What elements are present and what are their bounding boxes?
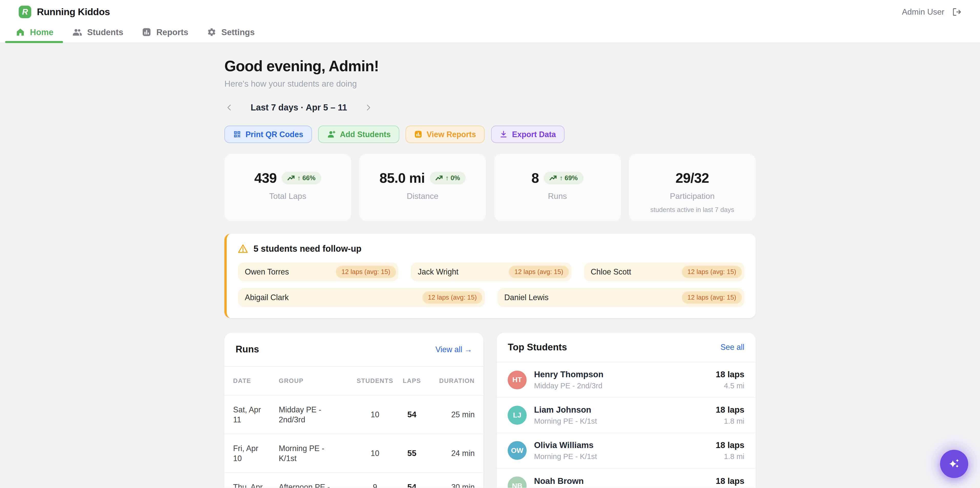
stat-label: Participation xyxy=(670,191,714,201)
col-group: GROUP xyxy=(279,377,356,384)
student-name: Olivia Williams xyxy=(534,440,716,450)
stat-value: 85.0 mi xyxy=(380,170,425,186)
tab-reports-label: Reports xyxy=(156,27,188,37)
stat-value: 8 xyxy=(531,170,539,186)
view-all-runs-link[interactable]: View all → xyxy=(436,345,473,354)
run-duration: 30 min xyxy=(429,482,475,488)
student-name: Abigail Clark xyxy=(245,293,289,302)
print-qr-codes-button[interactable]: Print QR Codes xyxy=(224,126,312,143)
col-students: STUDENTS xyxy=(356,377,394,384)
run-laps: 54 xyxy=(395,410,430,419)
bar-chart-icon xyxy=(142,27,151,37)
page-subtitle: Here's how your students are doing xyxy=(224,79,756,89)
top-students-card: Top Students See all HT Henry Thompson M… xyxy=(497,333,756,488)
tab-home[interactable]: Home xyxy=(16,27,54,37)
brand: R Running Kiddos xyxy=(19,6,110,18)
run-students: 10 xyxy=(356,410,394,419)
followup-row: Owen Torres 12 laps (avg: 15) Jack Wrigh… xyxy=(238,262,745,281)
followup-title: 5 students need follow-up xyxy=(254,244,361,254)
top-student-row[interactable]: NB Noah Brown 18 laps xyxy=(497,468,756,488)
stat-card-total-laps: 439 ↑ 66% Total Laps xyxy=(224,154,351,222)
trend-badge: ↑ 66% xyxy=(282,172,321,184)
stat-card-distance: 85.0 mi ↑ 0% Distance xyxy=(359,154,486,222)
warning-icon xyxy=(238,244,248,254)
trending-up-icon xyxy=(549,175,557,181)
top-students-title: Top Students xyxy=(508,342,567,352)
main-nav: Home Students Reports Settings xyxy=(0,22,980,43)
followup-student-chip[interactable]: Daniel Lewis 12 laps (avg: 15) xyxy=(498,288,745,307)
see-all-students-link[interactable]: See all xyxy=(721,343,745,352)
avatar: NB xyxy=(508,477,527,488)
run-group: Morning PE - K/1st xyxy=(279,443,356,463)
tab-settings[interactable]: Settings xyxy=(207,27,255,37)
app-logo-icon: R xyxy=(19,6,31,18)
download-icon xyxy=(500,130,508,139)
main-content: Good evening, Admin! Here's how your stu… xyxy=(224,43,756,488)
trend-badge: ↑ 69% xyxy=(544,172,583,184)
student-name: Chloe Scott xyxy=(591,267,631,276)
student-name: Daniel Lewis xyxy=(504,293,549,302)
next-period-button[interactable] xyxy=(363,102,373,113)
run-row[interactable]: Fri, Apr 10 Morning PE - K/1st 10 55 24 … xyxy=(224,434,483,472)
student-name: Jack Wright xyxy=(418,267,458,276)
run-row[interactable]: Thu, Apr Afternoon PE - 9 54 30 min xyxy=(224,472,483,488)
laps-badge: 12 laps (avg: 15) xyxy=(682,292,742,304)
top-student-row[interactable]: HT Henry Thompson Midday PE - 2nd/3rd 18… xyxy=(497,362,756,397)
sparkles-icon xyxy=(947,457,961,470)
run-row[interactable]: Sat, Apr 11 Midday PE - 2nd/3rd 10 54 25… xyxy=(224,395,483,434)
runs-card: Runs View all → DATE GROUP STUDENTS LAPS… xyxy=(224,333,483,488)
stat-label: Distance xyxy=(407,191,438,201)
top-student-row[interactable]: OW Olivia Williams Morning PE - K/1st 18… xyxy=(497,433,756,468)
assistant-fab-button[interactable] xyxy=(940,450,968,478)
page-title: Good evening, Admin! xyxy=(224,57,756,75)
laps-badge: 12 laps (avg: 15) xyxy=(422,292,482,304)
run-group: Midday PE - 2nd/3rd xyxy=(279,405,356,425)
run-laps: 55 xyxy=(395,448,430,458)
followup-alert-card: 5 students need follow-up Owen Torres 12… xyxy=(224,234,756,318)
add-students-button[interactable]: Add Students xyxy=(318,126,399,143)
tab-students-label: Students xyxy=(87,27,123,37)
user-area: Admin User xyxy=(902,7,961,17)
followup-student-chip[interactable]: Owen Torres 12 laps (avg: 15) xyxy=(238,262,399,281)
trending-up-icon xyxy=(436,175,443,181)
laps-badge: 12 laps (avg: 15) xyxy=(336,266,396,278)
tab-students[interactable]: Students xyxy=(72,27,123,37)
followup-student-chip[interactable]: Abigail Clark 12 laps (avg: 15) xyxy=(238,288,485,307)
run-duration: 25 min xyxy=(429,410,475,419)
followup-row: Abigail Clark 12 laps (avg: 15) Daniel L… xyxy=(238,288,745,307)
student-laps: 18 laps xyxy=(716,440,745,450)
runs-title: Runs xyxy=(235,344,259,355)
run-date: Sat, Apr 11 xyxy=(233,405,279,425)
run-laps: 54 xyxy=(395,482,430,488)
view-reports-button[interactable]: View Reports xyxy=(406,126,485,143)
tab-reports[interactable]: Reports xyxy=(142,27,188,37)
add-students-label: Add Students xyxy=(340,130,391,139)
avatar: OW xyxy=(508,441,527,460)
active-tab-indicator xyxy=(5,41,63,43)
followup-student-chip[interactable]: Chloe Scott 12 laps (avg: 15) xyxy=(584,262,745,281)
col-laps: LAPS xyxy=(395,377,430,384)
logout-icon[interactable] xyxy=(951,7,961,17)
top-student-row[interactable]: LJ Liam Johnson Morning PE - K/1st 18 la… xyxy=(497,397,756,433)
avatar: LJ xyxy=(508,406,527,424)
student-distance: 4.5 mi xyxy=(716,381,745,390)
stat-label: Runs xyxy=(548,191,567,201)
student-group: Morning PE - K/1st xyxy=(534,452,716,461)
col-duration: DURATION xyxy=(429,377,475,384)
avatar: HT xyxy=(508,371,527,389)
stat-card-participation: 29/32 Participation students active in l… xyxy=(629,154,756,222)
stat-card-runs: 8 ↑ 69% Runs xyxy=(494,154,621,222)
stat-value: 29/32 xyxy=(675,170,709,186)
gear-icon xyxy=(207,27,216,37)
followup-student-chip[interactable]: Jack Wright 12 laps (avg: 15) xyxy=(411,262,571,281)
trend-value: ↑ 66% xyxy=(298,174,315,182)
export-data-button[interactable]: Export Data xyxy=(491,126,565,143)
col-date: DATE xyxy=(233,377,279,384)
prev-period-button[interactable] xyxy=(224,102,234,113)
student-name: Owen Torres xyxy=(245,267,289,276)
chevron-right-icon xyxy=(364,104,372,111)
quick-actions: Print QR Codes Add Students View Reports… xyxy=(224,126,756,143)
top-bar: R Running Kiddos Admin User Home Student… xyxy=(0,0,980,43)
qr-code-icon xyxy=(233,130,241,139)
bar-chart-icon xyxy=(414,130,422,139)
